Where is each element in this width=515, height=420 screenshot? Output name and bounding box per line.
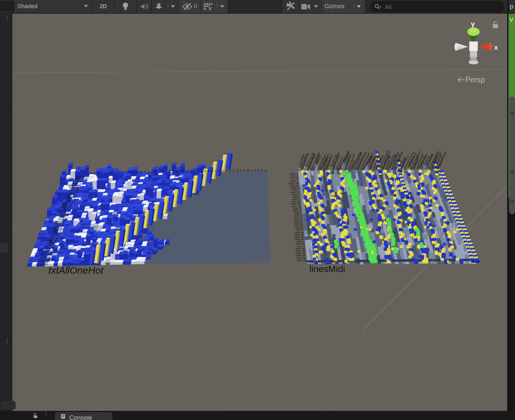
svg-text:y: y xyxy=(471,20,475,28)
svg-text:3: 3 xyxy=(93,172,96,174)
svg-text:Persp: Persp xyxy=(465,75,485,84)
svg-text:linesMidi: linesMidi xyxy=(309,264,345,274)
svg-text:x: x xyxy=(494,43,498,51)
svg-text:med_aa: med_aa xyxy=(38,262,48,266)
svg-text:med_aa: med_aa xyxy=(297,259,306,262)
svg-text:txtAllOneHot: txtAllOneHot xyxy=(48,265,104,276)
